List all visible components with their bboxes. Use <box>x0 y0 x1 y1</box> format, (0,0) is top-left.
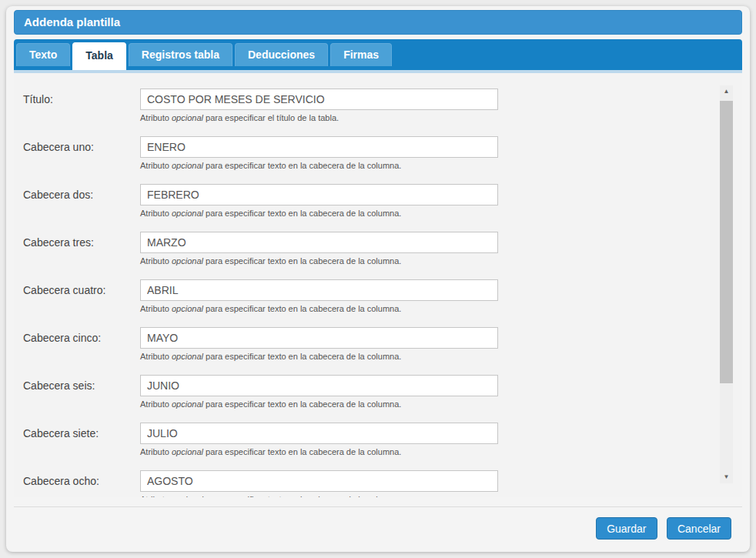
cabecera-siete-label: Cabecera siete: <box>14 423 140 457</box>
tab-texto[interactable]: Texto <box>16 43 70 66</box>
guardar-button[interactable]: Guardar <box>596 517 657 540</box>
cabecera-cinco-hint: Atributo opcional para especificar texto… <box>140 352 498 362</box>
cabecera-dos-label: Cabecera dos: <box>14 184 140 219</box>
form-row-cabecera-uno: Cabecera uno: Atributo opcional para esp… <box>14 136 742 171</box>
form-row-cabecera-siete: Cabecera siete: Atributo opcional para e… <box>14 423 742 457</box>
cabecera-tres-input[interactable] <box>140 232 498 253</box>
scrollbar[interactable]: ▲ ▼ <box>720 85 733 483</box>
scroll-up-icon[interactable]: ▲ <box>720 85 733 98</box>
addenda-dialog: Addenda plantilla Texto Tabla Registros … <box>6 6 750 552</box>
titulo-input[interactable] <box>140 89 498 110</box>
cabecera-cuatro-label: Cabecera cuatro: <box>14 279 140 314</box>
cabecera-cuatro-input[interactable] <box>140 279 498 301</box>
form-row-cabecera-tres: Cabecera tres: Atributo opcional para es… <box>14 232 742 266</box>
cabecera-ocho-label: Cabecera ocho: <box>14 470 140 497</box>
tab-deducciones[interactable]: Deducciones <box>235 43 328 66</box>
cabecera-ocho-input[interactable] <box>140 470 498 492</box>
cabecera-uno-hint: Atributo opcional para especificar texto… <box>140 161 498 171</box>
tab-registros-tabla[interactable]: Registros tabla <box>129 43 232 66</box>
cabecera-tres-label: Cabecera tres: <box>14 232 140 266</box>
scroll-down-icon[interactable]: ▼ <box>720 471 733 483</box>
form-row-cabecera-dos: Cabecera dos: Atributo opcional para esp… <box>14 184 742 219</box>
tab-panel-tabla: Título: Atributo opcional para especific… <box>14 73 742 497</box>
cabecera-dos-hint: Atributo opcional para especificar texto… <box>140 209 498 219</box>
tab-bar: Texto Tabla Registros tabla Deducciones … <box>14 39 742 70</box>
cabecera-tres-hint: Atributo opcional para especificar texto… <box>140 256 498 266</box>
dialog-titlebar: Addenda plantilla <box>14 10 742 35</box>
cabecera-dos-input[interactable] <box>140 184 498 205</box>
dialog-footer: Guardar Cancelar <box>14 506 742 540</box>
form-row-cabecera-cuatro: Cabecera cuatro: Atributo opcional para … <box>14 279 742 314</box>
cabecera-siete-input[interactable] <box>140 423 498 444</box>
form-row-cabecera-cinco: Cabecera cinco: Atributo opcional para e… <box>14 327 742 362</box>
cabecera-seis-input[interactable] <box>140 375 498 396</box>
form-row-titulo: Título: Atributo opcional para especific… <box>14 89 742 123</box>
cabecera-uno-label: Cabecera uno: <box>14 136 140 171</box>
cabecera-siete-hint: Atributo opcional para especificar texto… <box>140 447 498 457</box>
scrollbar-thumb[interactable] <box>720 101 733 383</box>
cabecera-uno-input[interactable] <box>140 136 498 158</box>
cabecera-seis-hint: Atributo opcional para especificar texto… <box>140 399 498 409</box>
titulo-label: Título: <box>14 89 140 123</box>
tab-firmas[interactable]: Firmas <box>330 43 392 66</box>
dialog-title: Addenda plantilla <box>24 15 120 28</box>
cabecera-ocho-hint: Atributo opcional para especificar texto… <box>140 495 498 497</box>
titulo-hint: Atributo opcional para especificar el tí… <box>140 113 498 123</box>
cabecera-seis-label: Cabecera seis: <box>14 375 140 409</box>
form-row-cabecera-ocho: Cabecera ocho: Atributo opcional para es… <box>14 470 742 497</box>
cancelar-button[interactable]: Cancelar <box>667 517 731 540</box>
cabecera-cinco-input[interactable] <box>140 327 498 349</box>
tab-tabla[interactable]: Tabla <box>72 42 126 70</box>
form-row-cabecera-seis: Cabecera seis: Atributo opcional para es… <box>14 375 742 409</box>
cabecera-cuatro-hint: Atributo opcional para especificar texto… <box>140 304 498 314</box>
cabecera-cinco-label: Cabecera cinco: <box>14 327 140 362</box>
